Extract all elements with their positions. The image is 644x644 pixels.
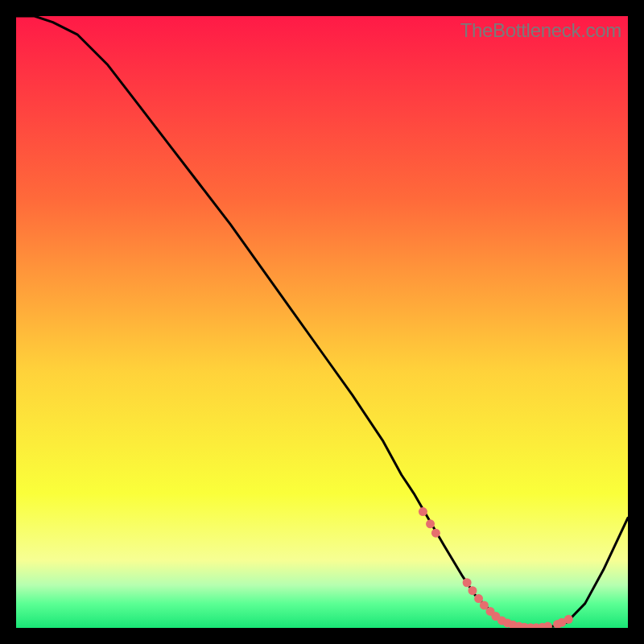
gradient-background (16, 16, 628, 628)
curve-marker (463, 578, 472, 587)
curve-marker (419, 507, 427, 516)
chart-svg (16, 16, 628, 628)
curve-marker (431, 529, 440, 538)
curve-marker (426, 519, 435, 528)
curve-marker (468, 586, 477, 595)
curve-marker (564, 615, 573, 624)
watermark-text: TheBottleneck.com (460, 19, 621, 42)
chart-frame: TheBottleneck.com (16, 16, 628, 628)
